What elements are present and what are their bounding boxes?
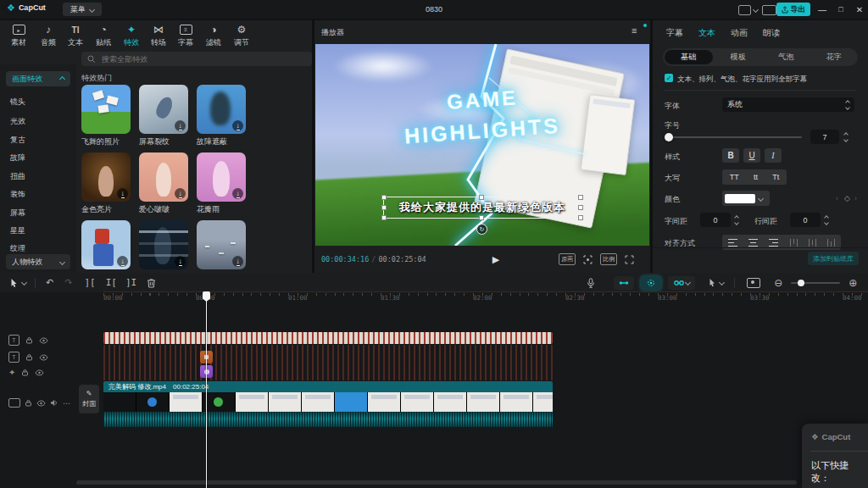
visibility-icon[interactable] — [36, 400, 46, 407]
align-left-icon[interactable] — [727, 238, 738, 247]
effect-thumbnail-flying-photos[interactable] — [81, 85, 131, 134]
split-icon[interactable]: ][ — [84, 277, 95, 288]
close-button[interactable]: ✕ — [853, 3, 866, 16]
trim-right-icon[interactable]: ]I — [125, 277, 136, 288]
lock-icon[interactable] — [25, 353, 33, 361]
auto-scroll-icon[interactable] — [747, 278, 760, 288]
inspector-tab-caption[interactable]: 字幕 — [666, 27, 683, 39]
video-clip-filmstrip[interactable] — [103, 392, 553, 412]
mute-icon[interactable] — [50, 399, 58, 407]
tab-effects[interactable]: ✦ 特效 — [117, 24, 146, 48]
effect-thumbnail-heart-bubbles[interactable]: ↓ — [139, 152, 188, 202]
uppercase-button[interactable]: TT — [730, 173, 739, 181]
color-picker[interactable] — [722, 191, 770, 206]
inspector-tab-tts[interactable]: 朗读 — [763, 27, 780, 39]
trim-left-icon[interactable]: I[ — [106, 277, 117, 288]
subtitle-selection-box[interactable]: 我给大家提供的是最新绿色版本 — [383, 197, 581, 219]
line-spacing-stepper[interactable] — [825, 216, 828, 225]
more-options-icon[interactable]: ⋯ — [63, 399, 71, 408]
zoom-out-icon[interactable]: ⊖ — [774, 277, 782, 289]
subtab-fancy-text[interactable]: 花字 — [810, 50, 859, 64]
keyframe-diamond-icon[interactable]: ◇ — [844, 194, 850, 202]
rotate-handle[interactable]: ↻ — [476, 224, 487, 235]
subtab-basic[interactable]: 基础 — [665, 50, 713, 64]
font-select[interactable]: 系统 — [722, 97, 854, 112]
layout-chevron-icon[interactable] — [753, 7, 759, 13]
align-center-icon[interactable] — [748, 238, 759, 247]
category-group-character-effects[interactable]: 人物特效 — [6, 254, 70, 269]
search-input[interactable] — [100, 54, 273, 64]
font-size-slider[interactable] — [665, 136, 802, 138]
category-glitch[interactable]: 故障 — [10, 152, 25, 164]
cover-button[interactable]: ✎ 封面 — [79, 385, 99, 413]
titlecase-button[interactable]: Tt — [772, 173, 779, 181]
tab-text[interactable]: TI 文本 — [61, 24, 90, 48]
layout-icon[interactable] — [738, 5, 751, 15]
align-middle-icon[interactable] — [808, 238, 817, 247]
keyboard-shortcuts-icon[interactable] — [762, 5, 776, 15]
zoom-slider-thumb[interactable] — [798, 280, 804, 286]
player-menu-icon[interactable]: ≡ — [632, 26, 643, 35]
audio-waveform[interactable] — [103, 412, 553, 427]
effect-thumbnail[interactable]: ↓ — [139, 220, 188, 269]
preview-axis-toggle[interactable] — [709, 278, 724, 287]
linkage-toggle[interactable] — [668, 276, 695, 290]
category-decorate[interactable]: 装饰 — [10, 189, 25, 200]
category-texture[interactable]: 纹理 — [10, 243, 25, 254]
tab-adjust[interactable]: ⚙ 调节 — [227, 24, 256, 48]
bold-button[interactable]: B — [722, 148, 739, 163]
quality-button[interactable]: 原画 — [559, 253, 576, 265]
letter-spacing-value[interactable]: 0 — [700, 213, 731, 227]
delete-icon[interactable] — [147, 278, 156, 288]
tab-captions[interactable]: ≡ 字幕 — [171, 24, 200, 48]
tab-media[interactable]: ▸ 素材 — [4, 24, 33, 48]
category-group-screen-effects[interactable]: 画面特效 — [6, 71, 70, 86]
italic-button[interactable]: I — [765, 148, 782, 163]
select-tool-icon[interactable] — [10, 278, 18, 288]
timeline-ruler[interactable]: 00:00 00:30 01:00 01:30 02:00 02:30 03:0… — [0, 292, 868, 304]
line-spacing-value[interactable]: 0 — [790, 213, 821, 227]
redo-icon[interactable]: ↷ — [64, 277, 72, 288]
main-track-magnet-toggle[interactable] — [614, 276, 634, 290]
subtitle-track-clip[interactable] — [103, 332, 553, 344]
select-tool-chevron-icon[interactable] — [21, 280, 27, 286]
visibility-icon[interactable] — [39, 354, 48, 361]
align-right-icon[interactable] — [768, 238, 779, 247]
effect-thumbnail[interactable]: ↓ — [197, 220, 246, 269]
export-button[interactable]: 导出 — [776, 3, 810, 16]
menu-button[interactable]: 菜单 — [63, 3, 102, 16]
zoom-in-icon[interactable]: ⊕ — [849, 277, 857, 289]
font-size-stepper[interactable] — [844, 133, 848, 141]
underline-button[interactable]: U — [743, 148, 760, 163]
lock-icon[interactable] — [25, 336, 33, 344]
keyframe-next-icon[interactable]: › — [854, 194, 857, 202]
fullscreen-icon[interactable] — [625, 255, 634, 264]
keyframe-prev-icon[interactable]: ‹ — [836, 194, 838, 202]
effect-thumbnail-glitch-mask[interactable]: ↓ — [197, 85, 246, 134]
video-clip-header[interactable]: 完美解码 修改.mp4 00:02:25:04 — [103, 381, 553, 392]
category-retro[interactable]: 复古 — [10, 135, 25, 146]
effect-thumbnail-gold-sparkle[interactable]: ↓ — [81, 152, 131, 202]
inspector-tab-text[interactable]: 文本 — [698, 27, 715, 39]
record-voiceover-icon[interactable] — [587, 278, 595, 288]
apply-to-all-checkbox[interactable]: ✓ — [665, 74, 673, 82]
tab-sticker[interactable]: ◔ 贴纸 — [89, 24, 118, 48]
play-button[interactable]: ▶ — [492, 254, 499, 265]
effect-thumbnail-petal-rain[interactable]: ↓ — [197, 152, 246, 202]
align-top-icon[interactable] — [789, 238, 798, 247]
lock-icon[interactable] — [21, 369, 29, 376]
category-lens[interactable]: 镜头 — [10, 97, 25, 108]
visibility-icon[interactable] — [39, 337, 48, 344]
effect-thumbnail-screen-crack[interactable]: ↓ — [139, 85, 188, 134]
lock-icon[interactable] — [25, 399, 32, 407]
effect-thumbnail[interactable]: ↓ — [81, 220, 131, 269]
category-light[interactable]: 光效 — [10, 116, 25, 127]
auto-snap-toggle[interactable] — [641, 276, 661, 290]
tab-filters[interactable]: ◑ 滤镜 — [199, 24, 228, 48]
align-bottom-icon[interactable] — [826, 238, 836, 247]
tab-transition[interactable]: ⋈ 转场 — [144, 24, 173, 48]
inspector-tab-animation[interactable]: 动画 — [731, 27, 748, 39]
horizontal-scrollbar[interactable] — [76, 480, 797, 485]
font-size-value[interactable]: 7 — [810, 130, 839, 144]
timeline-zoom-slider[interactable] — [791, 282, 840, 284]
